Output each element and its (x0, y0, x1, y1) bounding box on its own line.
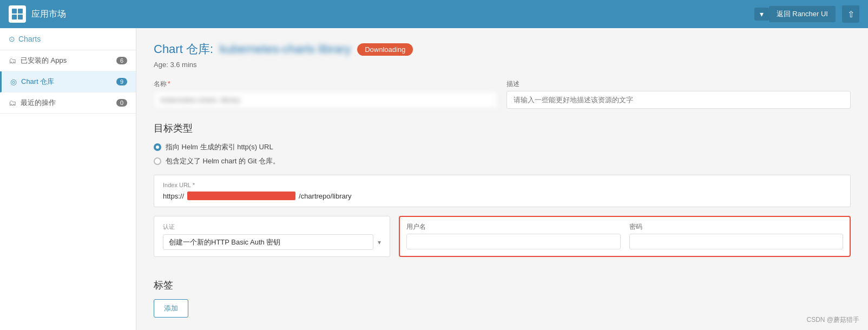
radio-item-git-repo[interactable]: 包含定义了 Helm chart 的 Git 仓库。 (154, 156, 851, 166)
downloading-badge: Downloading (357, 43, 413, 56)
name-label: 名称* (154, 80, 498, 89)
password-field: 密码 (629, 222, 843, 249)
url-prefix: https:// (163, 192, 184, 200)
topbar-right: 返回 Rancher UI ⇧ (769, 5, 859, 23)
svg-rect-0 (12, 9, 17, 14)
tags-title: 标签 (154, 279, 851, 292)
index-url-value: https:// /chartrepo/library (163, 192, 841, 200)
sidebar-item-recent-ops[interactable]: 🗂 最近的操作 0 (0, 93, 136, 114)
sidebar-installed-apps-label: 已安装的 Apps (21, 56, 67, 65)
watermark: CSDN @蘑菇猎手 (806, 315, 859, 325)
add-tag-button[interactable]: 添加 (154, 299, 188, 318)
sidebar-item-installed-apps[interactable]: 🗂 已安装的 Apps 6 (0, 50, 136, 71)
topbar-dropdown-btn[interactable]: ▾ (754, 8, 769, 21)
auth-select-row: 创建一个新的HTTP Basic Auth 密钥 ▾ (163, 234, 381, 250)
desc-input[interactable] (507, 91, 851, 109)
sidebar-charts-header[interactable]: ⊙ Charts (0, 28, 136, 50)
sidebar-item-chart-repo[interactable]: ◎ Chart 仓库 9 (0, 71, 136, 93)
upload-button[interactable]: ⇧ (842, 5, 859, 23)
radio-label-git-repo: 包含定义了 Helm chart 的 Git 仓库。 (166, 156, 280, 166)
auth-section: 认证 创建一个新的HTTP Basic Auth 密钥 ▾ (154, 216, 390, 257)
layout: ⊙ Charts 🗂 已安装的 Apps 6 ◎ Chart 仓库 9 🗂 最近… (0, 28, 868, 330)
password-label: 密码 (629, 222, 843, 232)
name-desc-row: 名称* 描述 (154, 80, 851, 109)
sidebar-chart-repo-label: Chart 仓库 (21, 77, 54, 87)
repo-name: kubernetes-charts library (220, 42, 351, 56)
auth-chevron-icon: ▾ (378, 239, 381, 246)
chart-repo-icon: ◎ (10, 77, 17, 86)
credentials-section: 用户名 密码 (399, 216, 851, 257)
sidebar-charts-label: Charts (18, 35, 41, 43)
username-input[interactable] (406, 234, 620, 249)
password-input[interactable] (629, 234, 843, 249)
index-url-label: Index URL * (163, 182, 841, 188)
topbar: 应用市场 ▾ 返回 Rancher UI ⇧ (0, 0, 868, 28)
sidebar: ⊙ Charts 🗂 已安装的 Apps 6 ◎ Chart 仓库 9 🗂 最近… (0, 28, 136, 330)
page-age: Age: 3.6 mins (154, 61, 851, 69)
auth-label: 认证 (163, 223, 381, 231)
url-suffix: /chartrepo/library (299, 192, 352, 200)
svg-rect-3 (18, 15, 23, 19)
topbar-title: 应用市场 (31, 9, 750, 20)
recent-ops-icon: 🗂 (9, 98, 16, 107)
age-value: 3.6 mins (170, 61, 196, 69)
desc-group: 描述 (507, 80, 851, 109)
svg-rect-2 (12, 15, 17, 19)
page-header: Chart 仓库: kubernetes-charts library Down… (154, 41, 851, 57)
radio-inner-helm-index (156, 146, 159, 149)
auth-credentials-row: 认证 创建一个新的HTTP Basic Auth 密钥 ▾ 用户名 密码 (154, 216, 851, 266)
radio-item-helm-index[interactable]: 指向 Helm 生成的索引 http(s) URL (154, 142, 851, 152)
target-type-radio-group: 指向 Helm 生成的索引 http(s) URL 包含定义了 Helm cha… (154, 142, 851, 166)
return-to-rancher-button[interactable]: 返回 Rancher UI (769, 6, 836, 22)
auth-select[interactable]: 创建一个新的HTTP Basic Auth 密钥 (163, 234, 373, 250)
radio-dot-helm-index (154, 143, 161, 151)
username-field: 用户名 (406, 222, 620, 249)
radio-label-helm-index: 指向 Helm 生成的索引 http(s) URL (166, 142, 273, 152)
charts-circle-icon: ⊙ (9, 35, 15, 43)
index-url-section: Index URL * https:// /chartrepo/library (154, 175, 851, 207)
name-input[interactable] (154, 91, 498, 109)
topbar-logo (9, 5, 26, 23)
tags-section: 标签 添加 (154, 279, 851, 318)
sidebar-chart-repo-badge: 9 (116, 78, 127, 85)
radio-dot-git-repo (154, 157, 161, 165)
target-type-title: 目标类型 (154, 122, 851, 135)
main-content: Chart 仓库: kubernetes-charts library Down… (136, 28, 868, 330)
folder-icon: 🗂 (9, 56, 16, 65)
svg-rect-1 (18, 9, 23, 14)
page-title: Chart 仓库: (154, 41, 213, 57)
url-redacted (187, 192, 295, 200)
desc-label: 描述 (507, 80, 851, 89)
sidebar-recent-ops-label: 最近的操作 (21, 98, 56, 108)
dropdown-chevron-icon: ▾ (760, 10, 764, 18)
username-label: 用户名 (406, 222, 620, 232)
age-label: Age: (154, 61, 168, 69)
sidebar-installed-apps-badge: 6 (116, 57, 127, 64)
upload-icon: ⇧ (847, 9, 854, 19)
sidebar-recent-ops-badge: 0 (116, 99, 127, 107)
name-group: 名称* (154, 80, 498, 109)
